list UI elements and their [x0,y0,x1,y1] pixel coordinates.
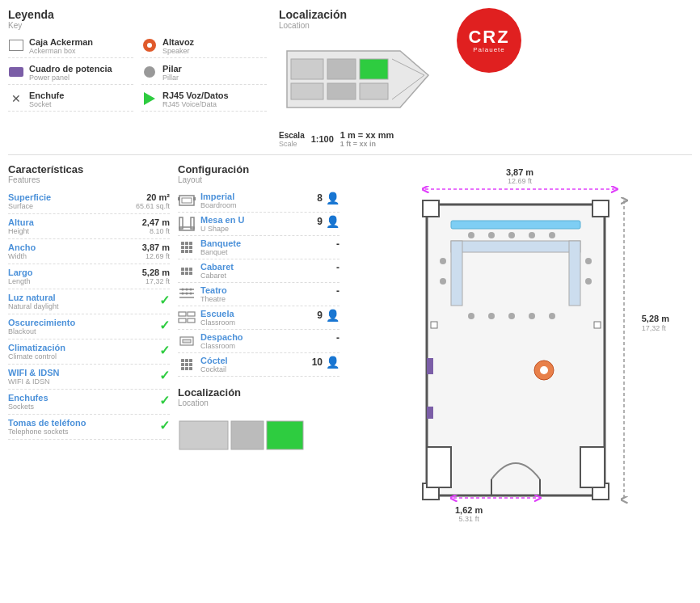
ackerman-name-es: Caja Ackerman [29,37,93,47]
ushape-label-en: U Shape [200,225,244,233]
imperial-label-es: Imperial [200,192,237,201]
rj45-name-es: RJ45 Voz/Datos [162,91,229,100]
altura-val: 2,47 m [142,217,170,227]
theatre-label-es: Teatro [200,285,227,295]
altura-label-en: Height [8,227,34,235]
scale-imperial: 1 ft = xx in [340,140,394,148]
legend-ackerman: Caja Ackerman Ackerman box [8,35,133,58]
wifi-label-es: WIFI & IDSN [8,368,60,377]
speaker-name-es: Altavoz [162,37,194,47]
ancho-val: 3,87 m [142,242,170,252]
feature-tomas: Tomas de teléfono Telephone sockets ✓ [8,415,170,440]
banquet-count: - [336,238,339,250]
rj45-name-en: RJ45 Voice/Data [162,100,229,108]
bottom-section: Características Features Superficie Surf… [8,163,692,595]
feature-wifi: WIFI & IDSN WIFI & IDSN ✓ [8,365,170,390]
climatizacion-check: ✓ [159,343,170,358]
ushape-count: 9 👤 [317,215,339,228]
bottom-arrow-svg [447,491,544,505]
socket-name-en: Socket [29,100,64,108]
altura-label-es: Altura [8,217,34,227]
theatre-count: - [336,285,339,297]
largo-label-es: Largo [8,268,33,277]
legend-pillar: Pilar Pillar [141,61,267,85]
legend-rj45: RJ45 Voz/Datos RJ45 Voice/Data [141,88,267,112]
climatizacion-label-es: Climatización [8,343,65,352]
person-icon: 👤 [326,192,339,205]
speaker-name-en: Speaker [162,47,194,55]
classroom-label-en: Classroom [200,318,235,327]
largo-val: 5,28 m [142,268,170,277]
svg-rect-67 [594,322,601,328]
config-imperial: Imperial Boardroom 8 👤 [178,189,339,213]
classroom-icon [178,309,196,327]
classroom-count: 9 👤 [317,309,339,322]
svg-point-59 [540,366,548,374]
svg-rect-40 [451,241,580,252]
svg-point-48 [440,258,446,264]
config-cocktail: Cóctel Cocktail 10 👤 [178,353,339,377]
banquet-label-en: Banquet [200,248,241,256]
config-cabaret: Cabaret Cabaret - [178,259,339,283]
features-title-en: Features [8,175,170,184]
speaker-icon [141,37,158,53]
oscurecimiento-check: ✓ [159,318,170,333]
height-arrow-svg [615,196,633,504]
crz-sub: Palauete [473,46,505,53]
svg-rect-61 [427,407,433,419]
socket-text: Enchufe Socket [29,91,64,108]
localization-top-title-en: Location [279,21,445,30]
svg-rect-37 [592,200,609,217]
svg-rect-30 [183,339,191,343]
scale-section: Escala Scale 1:100 1 m = xx mm 1 ft = xx… [279,130,445,148]
tomas-check: ✓ [159,418,170,433]
features-column: Características Features Superficie Surf… [8,163,170,595]
tomas-label-es: Tomas de teléfono [8,418,86,428]
localization-bottom-title-es: Localización [178,386,339,398]
config-classroom: Escuela Classroom 9 👤 [178,306,339,330]
localization-top: Localización Location Escala [267,8,445,148]
dim-bottom-label: 1,62 m 5.31 ft [455,505,483,523]
pillar-icon [141,64,158,80]
building-plan-svg [279,35,441,124]
svg-point-45 [508,232,515,238]
dim-height-label: 5,28 m 17,32 ft [642,313,669,334]
svg-rect-65 [580,447,605,487]
config-theatre: Teatro Theatre - [178,283,339,306]
svg-rect-5 [327,83,356,99]
svg-point-55 [529,313,535,319]
legend-speaker: Altavoz Speaker [141,35,267,58]
svg-rect-28 [188,318,195,323]
legend-section: Leyenda Key Caja Ackerman Ackerman box [8,8,267,112]
cocktail-icon [178,356,196,373]
largo-label-en: Length [8,277,33,285]
cabaret-label-es: Cabaret [200,262,234,272]
crz-circle: CRZ Palauete [457,8,521,73]
feature-ancho: Ancho Width 3,87 m 12.69 ft [8,239,170,264]
luz-label-en: Natural daylight [8,302,59,310]
svg-point-49 [440,278,446,285]
legend-title-en: Key [8,21,267,30]
svg-rect-31 [179,421,228,449]
svg-point-47 [549,232,555,238]
climatizacion-label-en: Climate control [8,352,65,361]
width-arrow-svg [419,182,621,196]
power-name-es: Cuadro de potencia [29,64,112,74]
person-icon2: 👤 [326,215,339,228]
crz-logo: CRZ Palauete [445,8,525,73]
svg-rect-11 [178,197,180,200]
svg-rect-26 [188,312,195,316]
svg-rect-66 [431,322,437,328]
localization-top-title-es: Localización [279,8,445,21]
config-despacho: Despacho Classroom - [178,330,339,353]
rj45-text: RJ45 Voz/Datos RJ45 Voice/Data [162,91,229,108]
despacho-count: - [336,332,339,344]
svg-point-51 [585,278,592,285]
localization-mini-map [178,417,307,453]
pillar-name-en: Pillar [162,74,182,82]
feature-superficie: Superficie Surface 20 m² 65.61 sq.ft [8,189,170,214]
cocktail-label-es: Cóctel [200,356,228,365]
svg-point-20 [186,289,188,291]
superficie-label-en: Surface [8,202,51,210]
ackerman-name-en: Ackerman box [29,47,93,55]
